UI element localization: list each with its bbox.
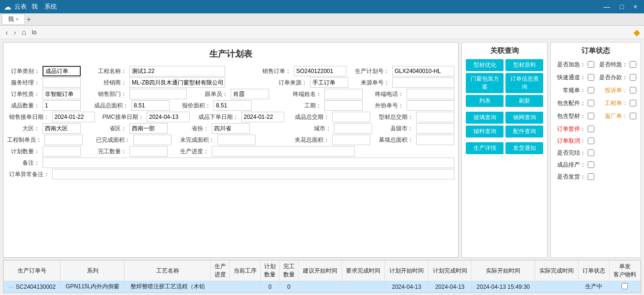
checkbox-single-send[interactable] [622, 283, 628, 289]
checkbox-engineering-order[interactable] [630, 100, 636, 106]
checkbox-fast-track[interactable] [588, 74, 594, 81]
input-service-manager[interactable] [43, 77, 81, 88]
input-province1[interactable] [129, 123, 168, 134]
label-include-parts: 包含配件： [555, 99, 586, 107]
input-project-name[interactable] [129, 66, 225, 76]
input-total-area[interactable] [131, 100, 170, 111]
input-uncompleted-area[interactable] [217, 135, 256, 145]
checkbox-return-factory[interactable] [630, 113, 636, 119]
input-city[interactable] [334, 123, 372, 134]
cell-production-progress [211, 281, 229, 293]
back-btn[interactable]: ‹ [4, 28, 10, 37]
form-row-8: 计划数量： 完工数量： 生产进度： [7, 146, 454, 157]
home-btn[interactable]: ⌂ [20, 27, 28, 38]
status-row-cancel: 订单取消： [555, 136, 637, 146]
btn-list[interactable]: 列表 [466, 95, 504, 107]
order-status-title: 订单状态 [555, 46, 637, 55]
cell-series: GPN115L内外内倒窗 [61, 281, 125, 293]
input-progress[interactable] [212, 146, 355, 157]
btn-parts-query[interactable]: 配件查询 [505, 126, 543, 137]
input-end-phone[interactable] [407, 89, 454, 99]
btn-shipping-notice[interactable]: 发货通知 [505, 142, 543, 154]
checkbox-is-urgent[interactable] [588, 61, 594, 68]
btn-profile-optimize[interactable]: 型材优化 [466, 59, 504, 71]
cell-marker: — SC2404130002 [4, 281, 61, 293]
checkbox-is-super-urgent[interactable] [630, 61, 636, 68]
input-follower[interactable] [231, 89, 269, 99]
main-tab[interactable]: 我 × [2, 14, 25, 25]
btn-production-detail[interactable]: 生产详情 [466, 142, 504, 154]
checkbox-order-pause[interactable] [588, 126, 594, 132]
col-suggest-start: 建议开始时间 [298, 261, 342, 281]
input-production-plan[interactable] [392, 66, 454, 76]
input-finished-count[interactable] [43, 100, 81, 111]
col-completed-qty: 完工数量 [279, 261, 298, 281]
form-row-10: 订单异常备注： [7, 169, 454, 180]
label-total-delivery: 成品总交期： [295, 113, 330, 121]
btn-aux-query[interactable]: 辅料查询 [466, 126, 504, 137]
input-next-date[interactable] [241, 112, 284, 122]
input-profile-delivery[interactable] [416, 112, 454, 122]
btn-profile-material[interactable]: 型材原料 [505, 59, 543, 71]
input-abnormal-remarks[interactable] [52, 169, 454, 179]
input-province2[interactable] [212, 123, 250, 134]
btn-refresh[interactable]: 刷新 [505, 95, 543, 107]
input-corner-area[interactable] [332, 135, 370, 145]
input-end-name[interactable] [324, 89, 363, 99]
input-sales-order[interactable] [294, 66, 346, 76]
checkbox-is-shipped[interactable] [588, 173, 594, 180]
forward-btn[interactable]: › [12, 28, 18, 37]
input-remarks[interactable] [43, 158, 454, 168]
input-order-nature[interactable] [43, 89, 81, 99]
input-plan-maker[interactable] [44, 135, 83, 145]
input-curtain-area[interactable] [416, 135, 454, 145]
input-sales-date[interactable] [52, 112, 95, 122]
input-sales-dept[interactable] [129, 89, 187, 99]
input-sales-manager[interactable] [129, 77, 225, 88]
btn-window-package[interactable]: 门窗包装方案 [466, 73, 504, 93]
input-pmc-date[interactable] [147, 112, 190, 122]
label-include-profile: 包含型材： [555, 112, 586, 120]
minimize-btn[interactable]: — [601, 2, 613, 11]
menu-item-me[interactable]: 我 [30, 2, 40, 11]
checkbox-complaint-order[interactable] [630, 87, 636, 94]
checkbox-product-schedule[interactable] [588, 161, 594, 168]
input-county[interactable] [416, 123, 454, 134]
tab-close-btn[interactable]: × [16, 17, 19, 22]
label-fast-track: 快速通道： [555, 74, 586, 82]
label-regular-order: 常规单： [555, 86, 586, 95]
input-completed-area[interactable] [133, 135, 172, 145]
table-row[interactable]: — SC2404130002 GPN115L内外内倒窗 整焊整喷注胶工艺流程（木… [4, 281, 641, 293]
input-total-delivery[interactable] [332, 112, 370, 122]
close-btn[interactable]: × [631, 2, 640, 11]
cell-completed-qty: 0 [279, 281, 298, 293]
menu-item-system[interactable]: 系统 [43, 2, 59, 11]
related-panel: 关联查询 型材优化 型材原料 门窗包装方案 订单信息查询 列表 刷新 玻璃查询 … [462, 42, 547, 258]
checkbox-is-payment[interactable] [630, 74, 636, 81]
input-period[interactable] [324, 100, 363, 111]
checkbox-regular-order[interactable] [588, 87, 594, 94]
input-order-type[interactable] [43, 66, 81, 76]
input-quote-area[interactable] [214, 100, 252, 111]
input-completed-qty[interactable] [129, 146, 168, 157]
checkbox-include-parts[interactable] [588, 100, 594, 106]
input-order-source[interactable] [310, 77, 348, 88]
checkbox-include-profile[interactable] [588, 113, 594, 119]
input-region[interactable] [43, 123, 81, 134]
input-planned-qty[interactable] [43, 146, 81, 157]
label-pmc-date: PMC接单日期： [102, 113, 145, 121]
input-outsource-no[interactable] [407, 100, 454, 111]
tab-label: 我 [8, 15, 14, 23]
btn-order-info-query[interactable]: 订单信息查询 [505, 73, 543, 93]
maximize-btn[interactable]: □ [617, 2, 626, 11]
checkbox-order-cancel[interactable] [588, 137, 594, 144]
content-area: 生产计划表 订单类别： 工程名称： 销售订单： 生产计划号： [0, 39, 644, 295]
label-curtain-area: 幕墙总面积： [379, 136, 414, 144]
btn-glass-query[interactable]: 玻璃查询 [466, 112, 504, 124]
label-province2: 省份： [176, 125, 210, 133]
checkbox-is-complete[interactable] [588, 149, 594, 156]
input-source-no[interactable] [392, 77, 454, 88]
btn-steel-mesh-query[interactable]: 钢网查询 [505, 112, 543, 124]
label-engineering-order: 工程单： [597, 99, 628, 107]
new-tab-btn[interactable]: + [27, 15, 31, 24]
